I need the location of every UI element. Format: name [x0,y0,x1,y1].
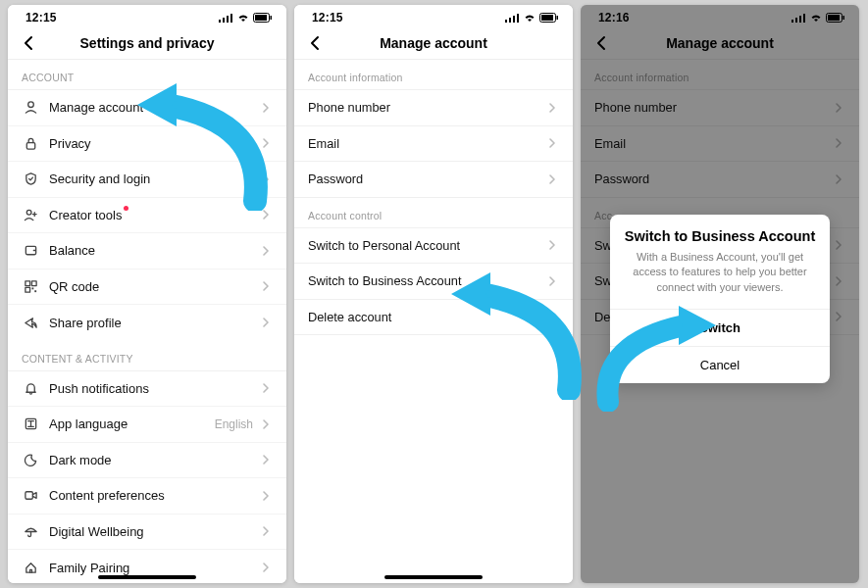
svg-rect-18 [505,20,507,23]
chevron-right-icon [259,280,273,292]
list-item[interactable]: Content preferences [8,478,286,514]
status-bar: 12:15 [294,5,573,26]
share-icon [22,316,39,330]
bell-icon [22,381,39,396]
lang-icon [22,416,39,431]
list-item-label: Share profile [49,316,259,330]
page-title: Settings and privacy [8,35,286,51]
list-item[interactable]: Phone number [294,90,573,126]
chevron-left-icon [595,35,607,51]
shield-icon [22,172,39,186]
list-item[interactable]: Balance [8,233,286,270]
list-item-label: Family Pairing [49,561,259,575]
list-item[interactable]: Digital Wellbeing [8,514,286,551]
svg-point-7 [27,102,33,108]
svg-rect-14 [31,287,33,289]
list-item-value: English [215,417,253,431]
svg-rect-17 [25,492,32,500]
screen-manage-account: 12:15 Manage account Account information… [294,5,573,583]
chevron-right-icon [259,173,273,185]
list-item[interactable]: App languageEnglish [8,407,286,443]
wifi-icon [523,13,536,23]
list-item[interactable]: Switch to Personal Account [294,228,573,265]
chevron-right-icon [259,209,273,220]
list-item-label: Switch to Business Account [308,273,545,288]
section-header-info: Account information [294,60,573,89]
svg-rect-13 [25,287,29,292]
list-item[interactable]: Creator tools [8,198,286,234]
chevron-right-icon [259,418,273,430]
section-header-account: ACCOUNT [8,60,286,89]
chevron-right-icon [545,275,559,287]
list-item[interactable]: Dark mode [8,443,286,479]
modal-switch-button[interactable]: Switch [610,309,830,346]
list-item[interactable]: Privacy [8,126,286,163]
svg-rect-24 [557,16,559,20]
list-item-label: App language [49,416,215,431]
modal-cancel-button[interactable]: Cancel [610,346,830,383]
umbrella-icon [22,524,39,539]
status-bar: 12:15 [8,5,286,26]
section-header-control: Account control [294,198,573,227]
chevron-right-icon [259,525,273,537]
battery-icon [539,13,559,23]
list-item-label: Privacy [49,136,259,151]
list-item-label: Content preferences [49,488,259,503]
chevron-right-icon [545,311,559,322]
lock-icon [22,136,39,151]
list-item-label: Security and login [49,172,259,186]
list-item-label: Phone number [308,100,545,115]
svg-rect-20 [513,16,515,23]
list-item-label: Dark mode [49,453,259,467]
list-item[interactable]: Manage account [8,90,286,126]
chevron-right-icon [259,317,273,328]
svg-rect-15 [34,290,36,292]
svg-point-9 [26,210,31,215]
back-button[interactable] [18,32,39,54]
user-icon [22,100,39,115]
battery-icon [253,13,273,23]
svg-rect-5 [255,15,267,21]
back-button[interactable] [590,32,612,54]
status-icons [219,13,273,23]
svg-rect-3 [230,14,232,23]
header: Manage account [294,26,573,60]
chevron-right-icon [545,173,559,185]
svg-rect-12 [31,281,36,286]
notification-dot [124,206,128,211]
list-item[interactable]: Switch to Business Account [294,264,573,300]
svg-rect-19 [509,18,511,23]
list-item[interactable]: Password [294,162,573,198]
status-time: 12:15 [312,11,343,24]
home-indicator [98,575,196,579]
back-button[interactable] [304,32,326,54]
list-item[interactable]: Delete account [294,300,573,336]
list-item-label: Digital Wellbeing [49,524,259,539]
list-item[interactable]: Push notifications [8,371,286,408]
list-item[interactable]: QR code [8,270,286,306]
wifi-icon [236,13,250,23]
list-item[interactable]: Share profile [8,305,286,341]
svg-rect-11 [25,281,29,286]
list-item-label: Push notifications [49,381,259,396]
list-item-label: Creator tools [49,208,259,222]
chevron-left-icon [23,35,34,51]
header: Settings and privacy [8,26,286,60]
home-icon [22,561,39,575]
signal-icon [219,13,233,23]
svg-rect-0 [219,20,221,23]
list-item[interactable]: Security and login [8,162,286,198]
svg-rect-21 [517,14,519,23]
chevron-right-icon [545,102,559,114]
chevron-right-icon [259,562,273,573]
chevron-right-icon [545,137,559,149]
svg-rect-6 [271,16,273,20]
chevron-right-icon [259,102,273,114]
status-time: 12:15 [26,11,57,24]
svg-rect-23 [541,15,553,21]
status-icons [505,13,559,23]
confirm-modal: Switch to Business Account With a Busine… [610,215,830,383]
list-item-label: Password [308,172,545,186]
wallet-icon [22,243,39,258]
list-item[interactable]: Email [294,126,573,163]
